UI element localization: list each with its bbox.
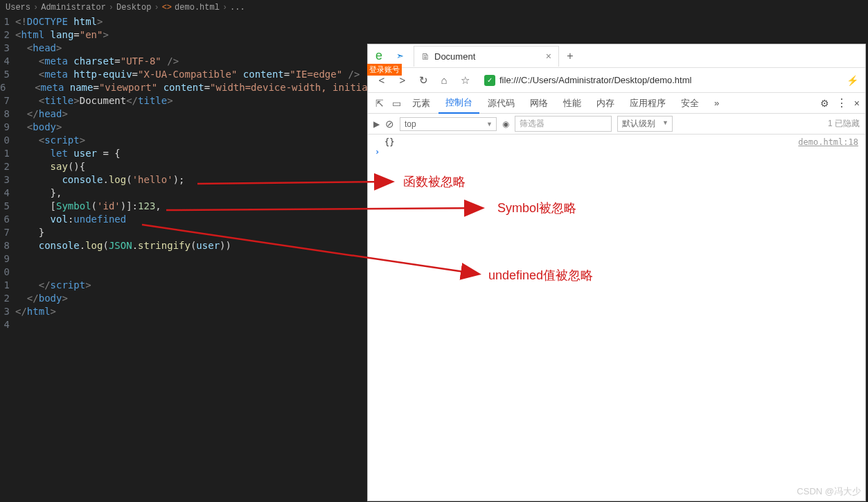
reload-icon[interactable]: ↻ [416, 74, 430, 87]
shield-icon: ✓ [484, 75, 495, 86]
breadcrumb-seg[interactable]: Administrator [41, 3, 106, 12]
eye-icon[interactable]: ◉ [502, 119, 509, 129]
editor-pane: Users › Administrator › Desktop › <> dem… [0, 0, 367, 502]
more-icon[interactable]: ⋮ [836, 96, 847, 110]
chevron-right-icon: › [154, 3, 159, 12]
breadcrumb-file[interactable]: demo.html [175, 3, 220, 12]
chevron-right-icon: › [222, 3, 227, 12]
tab-title: Document [434, 51, 475, 62]
bolt-icon[interactable]: ⚡ [847, 75, 858, 86]
inspect-icon[interactable]: ⇱ [372, 98, 387, 109]
star-icon[interactable]: ☆ [458, 74, 472, 87]
console-output[interactable]: {} demo.html:18 › [368, 135, 865, 159]
clear-icon[interactable]: ⊘ [385, 118, 394, 130]
close-devtools-icon[interactable]: × [854, 98, 860, 109]
device-icon[interactable]: ▭ [389, 98, 404, 109]
tab-elements[interactable]: 元素 [405, 93, 437, 114]
tab-sources[interactable]: 源代码 [481, 93, 522, 114]
settings-icon[interactable]: ⚙ [820, 98, 829, 109]
url-field[interactable]: ✓ file:///C:/Users/Administrator/Desktop… [479, 73, 840, 87]
tab-performance[interactable]: 性能 [556, 93, 588, 114]
url-text: file:///C:/Users/Administrator/Desktop/d… [499, 75, 691, 85]
tab-security[interactable]: 安全 [674, 93, 706, 114]
browser-tab[interactable]: 🗎 Document × [414, 46, 559, 67]
breadcrumb-seg[interactable]: Desktop [116, 3, 151, 12]
console-log-value: {} [384, 137, 394, 147]
browser-app-icon[interactable]: e [368, 49, 390, 63]
hidden-count: 1 已隐藏 [828, 118, 860, 130]
tabs-overflow-icon[interactable]: » [710, 98, 723, 108]
filter-input[interactable]: 筛选器 [515, 116, 612, 132]
play-icon[interactable]: ▶ [373, 119, 380, 129]
annotation-text: undefined值被忽略 [488, 267, 593, 284]
browser-window: 登录账号 e ➣ 🗎 Document × + < > ↻ ⌂ ☆ ✓ file… [367, 44, 866, 501]
back-icon[interactable]: < [375, 74, 389, 86]
level-select[interactable]: 默认级别 [617, 116, 673, 132]
forward-icon[interactable]: > [396, 74, 409, 86]
home-icon[interactable]: ⌂ [437, 74, 451, 86]
new-tab-button[interactable]: + [559, 50, 581, 62]
devtools-tabs: ⇱ ▭ 元素 控制台 源代码 网络 性能 内存 应用程序 安全 » ⚙ ⋮ × [368, 93, 865, 114]
titlebar: e ➣ 🗎 Document × + [368, 44, 865, 68]
document-icon: 🗎 [421, 51, 430, 62]
tab-network[interactable]: 网络 [523, 93, 555, 114]
tab-memory[interactable]: 内存 [590, 93, 621, 114]
console-prompt-icon[interactable]: › [375, 147, 380, 157]
context-select[interactable]: top [400, 117, 497, 131]
breadcrumb-seg[interactable]: Users [6, 3, 30, 12]
console-toolbar: ▶ ⊘ top ◉ 筛选器 默认级别 1 已隐藏 [368, 114, 865, 135]
login-badge[interactable]: 登录账号 [367, 64, 402, 76]
annotation-text: Symbol被忽略 [497, 200, 576, 216]
console-src-link[interactable]: demo.html:18 [798, 137, 858, 147]
breadcrumb[interactable]: Users › Administrator › Desktop › <> dem… [0, 0, 367, 15]
annotation-text: 函数被忽略 [403, 173, 466, 190]
devtools: ⇱ ▭ 元素 控制台 源代码 网络 性能 内存 应用程序 安全 » ⚙ ⋮ × … [368, 93, 865, 159]
address-bar: < > ↻ ⌂ ☆ ✓ file:///C:/Users/Administrat… [368, 68, 865, 93]
tab-console[interactable]: 控制台 [439, 93, 479, 114]
code-area[interactable]: 1<!DOCTYPE html> 2<html lang="en"> 3 <he… [0, 15, 367, 331]
tab-application[interactable]: 应用程序 [623, 93, 673, 114]
close-tab-icon[interactable]: × [546, 51, 551, 62]
chevron-right-icon: › [33, 3, 38, 12]
html-file-icon: <> [162, 3, 172, 12]
compass-icon[interactable]: ➣ [390, 51, 409, 61]
breadcrumb-more[interactable]: ... [230, 3, 245, 12]
chevron-right-icon: › [109, 3, 114, 12]
watermark: CSDN @冯大少 [797, 485, 861, 498]
